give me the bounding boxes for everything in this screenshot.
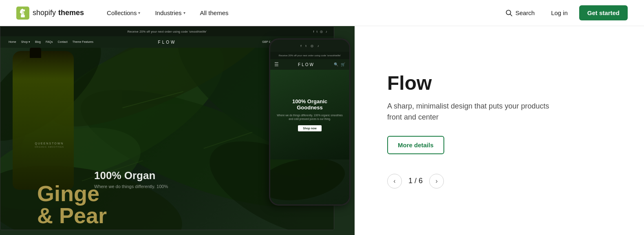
svg-rect-2 [22,14,24,16]
main-content: Receive 20% off your next order using co… [0,26,644,235]
mobile-top-bar: f t ◎ ♪ [270,40,349,52]
bottle-top [30,48,41,58]
pagination-total: 6 [419,177,423,185]
logo-link[interactable]: shopify themes [16,7,84,20]
login-label: Log in [551,9,568,16]
mobile-tk-icon: ♪ [318,44,319,48]
search-button[interactable]: Search [501,6,540,20]
mobile-cart-icon: 🛒 [341,62,345,67]
mobile-promo-bar: Receive 20% off your next order using co… [270,52,349,59]
tiktok-icon: ♪ [326,30,327,33]
chevron-down-icon: ▾ [138,11,140,15]
nav-collections-label: Collections [107,9,137,16]
shopify-logo-icon [16,7,29,20]
search-label: Search [515,9,535,16]
theme-preview-area: Receive 20% off your next order using co… [0,26,355,235]
header: shopify themes Collections ▾ Industries … [0,0,644,26]
brand-name-text: Queenstown [25,142,74,145]
nav-item-industries[interactable]: Industries ▾ [148,6,192,20]
get-started-label: Get started [587,9,620,16]
login-button[interactable]: Log in [546,6,573,20]
more-details-button[interactable]: More details [387,136,444,154]
header-right: Search Log in Get started [501,5,628,20]
mobile-nav: ☰ FLOW 🔍 🛒 [270,59,349,70]
hamburger-icon: ☰ [274,62,279,67]
main-nav: Collections ▾ Industries ▾ All themes [100,6,501,20]
chevron-down-icon: ▾ [183,11,185,15]
search-icon [505,9,513,17]
nav-industries-label: Industries [155,9,181,16]
mobile-nav-actions: 🔍 🛒 [334,62,345,67]
instagram-icon: ◎ [320,30,323,33]
brand-label: Queenstown ORGANIC SMOOTHIES [25,142,74,148]
more-details-label: More details [398,142,434,149]
info-panel: Flow A sharp, minimalist design that put… [355,26,644,235]
desktop-nav-logo: FLOW [158,40,176,44]
mobile-shop-button: Shop now [298,125,321,131]
mobile-hero-title: 100% Organic Goodness [292,98,327,111]
mobile-ig-icon: ◎ [311,44,313,48]
twitter-icon: t [317,30,318,33]
desktop-top-bar-social: f t ◎ ♪ [313,30,327,33]
desktop-nav-links: Home Shop ▾ Blog FAQs Contact Theme Feat… [9,40,93,44]
logo-shopify-text: shopify [33,9,56,17]
mobile-search-icon: 🔍 [334,62,338,67]
pagination-separator: / [415,177,419,185]
mobile-mockup: f t ◎ ♪ Receive 20% off your next order … [269,38,351,206]
pagination-next-button[interactable]: › [429,174,444,188]
mobile-hero-subtitle: Where we do things differently. 100% org… [270,113,349,122]
theme-description: A sharp, minimalist design that puts you… [387,101,550,123]
get-started-button[interactable]: Get started [579,5,628,20]
mobile-tw-icon: t [306,44,307,48]
mobile-hero: 100% Organic Goodness Where we do things… [270,70,349,160]
nav-item-all-themes[interactable]: All themes [194,6,235,20]
desktop-top-bar: Receive 20% off your next order using co… [0,27,334,36]
bottle-shape [13,51,74,190]
pagination-current: 1 [408,177,412,185]
brand-sub-text: ORGANIC SMOOTHIES [25,146,74,148]
pagination-text: 1 / 6 [408,177,423,185]
theme-title: Flow [387,73,611,94]
desktop-top-bar-text: Receive 20% off your next order using co… [128,30,207,33]
nav-item-collections[interactable]: Collections ▾ [100,6,147,20]
logo-themes-text: themes [58,9,84,17]
nav-all-themes-label: All themes [200,9,229,16]
chevron-right-icon: › [435,177,437,185]
mobile-fb-icon: f [300,44,301,48]
chevron-left-icon: ‹ [393,177,395,185]
mobile-promo-text: Receive 20% off your next order using co… [279,54,341,57]
mobile-nav-logo: FLOW [279,62,334,67]
pagination-prev-button[interactable]: ‹ [387,174,402,188]
facebook-icon: f [313,30,314,33]
desktop-big-title: Ginge& Pear [37,182,107,226]
svg-line-4 [510,14,512,16]
pagination: ‹ 1 / 6 › [387,174,611,188]
